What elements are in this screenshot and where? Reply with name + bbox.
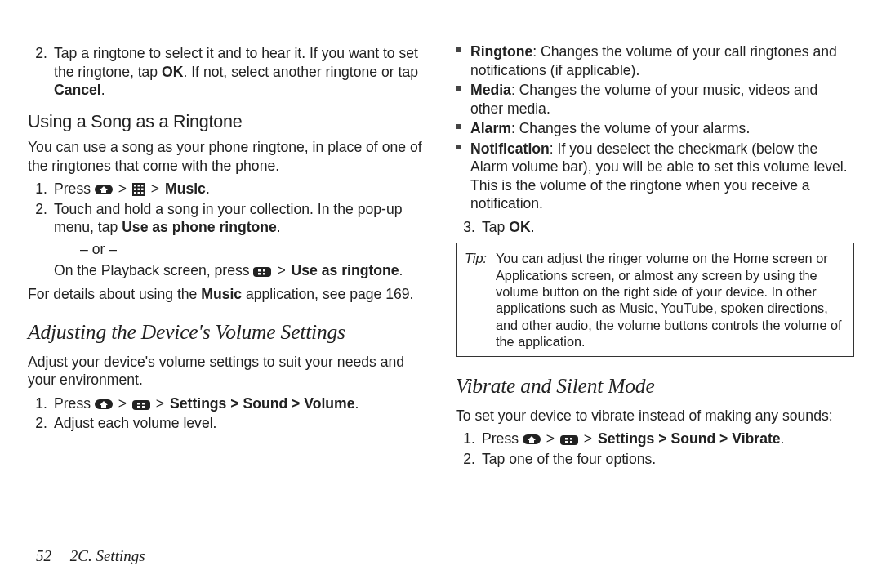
chevron-right-icon: > [118,180,127,197]
svg-rect-9 [137,192,140,194]
step-number: 3. [456,218,475,237]
paragraph: To set your device to vibrate instead of… [456,407,854,425]
text: Press [54,395,95,412]
step-text: Tap a ringtone to select it and to hear … [54,44,426,100]
square-bullet-icon [456,81,462,118]
text: Tap [482,219,509,235]
bullet-item: Ringtone: Changes the volume of your cal… [456,42,854,79]
svg-rect-13 [263,270,265,272]
svg-rect-6 [137,189,140,191]
list-item: 2. Tap one of the four options. [456,450,854,469]
list-item: 2. Touch and hold a song in your collect… [28,200,426,280]
svg-rect-15 [263,273,265,275]
svg-rect-2 [134,185,136,187]
tip-box: Tip: You can adjust the ringer volume on… [456,243,854,357]
svg-rect-3 [137,185,140,187]
list-item: 1. Press > > Settings > Sound > Volume. [28,394,426,413]
bullet-item: Media: Changes the volume of your music,… [456,81,854,118]
paragraph: Adjust your device's volume settings to … [28,353,426,390]
svg-rect-25 [570,438,572,440]
text: . [277,219,281,235]
settings-path: Settings > Sound > Vibrate [598,430,781,447]
svg-rect-21 [142,406,145,408]
text: Press [482,430,523,447]
vibrate-steps: 1. Press > > Settings > Sound > Vibrate. [456,430,854,468]
chevron-right-icon: > [584,430,592,447]
chevron-right-icon: > [277,262,285,278]
text: For details about using the [28,286,201,302]
media-label: Media [470,82,511,98]
volume-steps: 1. Press > > Settings > Sound > Volume. [28,394,426,433]
svg-rect-26 [565,441,568,443]
svg-rect-19 [142,403,145,405]
ok-label: OK [509,219,530,235]
section-title: 2C. Settings [70,547,145,564]
volume-step-3: 3. Tap OK. [456,218,854,237]
step-number: 2. [28,414,47,433]
bullet-item: Notification: If you deselect the checkm… [456,140,854,213]
svg-rect-4 [141,185,144,187]
page-footer: 52 2C. Settings [36,547,145,565]
svg-rect-27 [570,441,572,443]
home-icon [523,433,541,446]
square-bullet-icon [456,119,462,138]
home-icon [95,398,113,411]
text: . [531,219,535,235]
right-column: Ringtone: Changes the volume of your cal… [456,41,854,473]
step-text: Press > > Settings > Sound > Volume. [54,394,426,413]
song-as-ringtone-steps: 1. Press > > Music. [28,180,426,280]
bullet-text: Notification: If you deselect the checkm… [470,140,854,213]
text: . If not, select another ringtone or tap [183,64,418,80]
step-text: Press > > Settings > Sound > Vibrate. [482,430,854,448]
svg-rect-8 [134,192,136,194]
apps-grid-icon [132,183,145,196]
use-as-ringtone-label: Use as ringtone [292,262,399,278]
chevron-right-icon: > [546,430,555,447]
ringtone-select-steps: 2. Tap a ringtone to select it and to he… [28,44,426,100]
paragraph: You can use a song as your phone rington… [28,138,426,175]
svg-rect-24 [565,438,568,440]
list-item: 1. Press > > Settings > Sound > Vibrate. [456,430,854,448]
text: . [399,262,403,278]
step-number: 2. [28,200,47,280]
svg-rect-18 [137,403,140,405]
text: application, see page 169. [242,286,413,302]
bullet-item: Alarm: Changes the volume of your alarms… [456,119,854,138]
subheading-using-song: Using a Song as a Ringtone [28,111,426,134]
bullet-text: Media: Changes the volume of your music,… [470,81,854,118]
svg-rect-11 [253,267,271,277]
tip-body: You can adjust the ringer volume on the … [496,250,845,350]
step-text: Press > > Music. [54,180,426,198]
two-column-layout: 2. Tap a ringtone to select it and to he… [28,41,854,473]
list-item: 2. Adjust each volume level. [28,414,426,433]
tip-label: Tip: [465,250,489,350]
step-number: 1. [456,430,475,448]
menu-icon [132,399,150,411]
step-number: 1. [28,394,47,413]
volume-level-bullets: Ringtone: Changes the volume of your cal… [456,42,854,213]
chevron-right-icon: > [156,395,164,412]
text: . [206,180,210,197]
left-column: 2. Tap a ringtone to select it and to he… [28,41,426,473]
music-label: Music [201,286,242,302]
chevron-right-icon: > [151,180,159,197]
paragraph: For details about using the Music applic… [28,285,426,304]
use-as-phone-ringtone-label: Use as phone ringtone [122,219,277,235]
text: On the Playback screen, press [54,262,253,278]
page-number: 52 [36,547,51,564]
heading-vibrate-silent: Vibrate and Silent Mode [456,373,854,400]
step-text: Tap OK. [482,218,854,237]
alarm-label: Alarm [470,120,511,136]
square-bullet-icon [456,140,462,213]
bullet-text: Ringtone: Changes the volume of your cal… [470,42,854,79]
text: : Changes the volume of your alarms. [511,120,750,136]
svg-rect-17 [132,400,150,410]
text: : Changes the volume of your music, vide… [470,82,817,117]
list-item: 2. Tap a ringtone to select it and to he… [28,44,426,100]
settings-path: Settings > Sound > Volume [170,395,354,412]
svg-rect-23 [560,435,578,445]
menu-icon [253,266,271,278]
svg-rect-10 [141,192,144,194]
ok-label: OK [162,64,183,80]
svg-rect-7 [141,189,144,191]
